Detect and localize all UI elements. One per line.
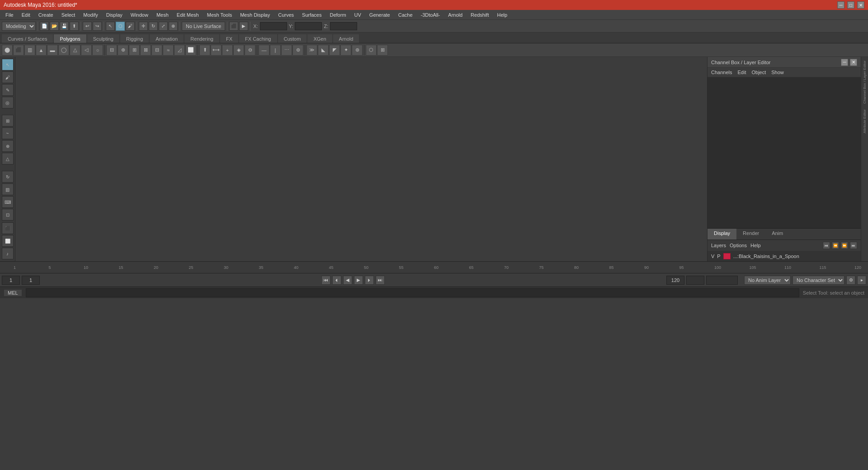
edge-loop-icon-btn[interactable]: —	[259, 45, 269, 56]
tab-fx-caching[interactable]: FX Caching	[239, 34, 277, 43]
boolean-icon-btn[interactable]: ⊕	[118, 45, 128, 56]
poke-icon-btn[interactable]: ✦	[340, 45, 351, 56]
tab-rigging[interactable]: Rigging	[120, 34, 149, 43]
wedge-icon-btn[interactable]: ◤	[329, 45, 340, 56]
char-set-dropdown[interactable]: No Character Set	[793, 276, 844, 285]
layers-menu[interactable]: Layers	[711, 243, 726, 248]
cb-object[interactable]: Object	[751, 70, 766, 75]
scale-btn[interactable]: ⤢	[159, 22, 168, 31]
snap-curve-btn[interactable]: ~	[2, 127, 14, 139]
paint-select-btn[interactable]: 🖌	[126, 22, 135, 31]
crease-icon-btn[interactable]: ≫	[307, 45, 317, 56]
cb-show[interactable]: Show	[771, 70, 784, 75]
target-weld-icon-btn[interactable]: ⊛	[352, 45, 363, 56]
fill-hole-icon-btn[interactable]: ◈	[233, 45, 244, 56]
split-icon-btn[interactable]: ⋯	[281, 45, 292, 56]
combine-icon-btn[interactable]: ⊞	[129, 45, 140, 56]
tab-curves-surfaces[interactable]: Curves / Surfaces	[2, 34, 53, 43]
anim-extra-btn[interactable]: ▸	[857, 276, 866, 285]
cb-edit[interactable]: Edit	[737, 70, 746, 75]
input-btn[interactable]: ⌨	[2, 196, 14, 208]
bevel-icon-btn[interactable]: ◣	[318, 45, 329, 56]
menu-modify[interactable]: Modify	[80, 11, 101, 19]
menu-help[interactable]: Help	[493, 11, 511, 19]
skip-to-end-btn[interactable]: ⏭	[376, 276, 385, 285]
channel-box-close[interactable]: ✕	[850, 59, 857, 66]
redo-btn[interactable]: ↪	[93, 22, 102, 31]
output-btn[interactable]: ⊡	[2, 209, 14, 221]
layer-v-toggle[interactable]: V	[711, 254, 714, 259]
display-layer-btn[interactable]: ⬛	[2, 222, 14, 234]
menu-file[interactable]: File	[2, 11, 17, 19]
lasso-tool-btn[interactable]: ⬡	[116, 22, 125, 31]
move-btn[interactable]: ✛	[139, 22, 148, 31]
reduce-icon-btn[interactable]: ⊖	[245, 45, 255, 56]
quadrangulate-icon-btn[interactable]: ⬜	[185, 45, 196, 56]
rotate-btn[interactable]: ↻	[149, 22, 158, 31]
help-menu[interactable]: Help	[750, 243, 761, 248]
sphere-icon-btn[interactable]: ⬤	[2, 45, 13, 56]
x-input[interactable]	[260, 22, 287, 30]
step-back-btn[interactable]: ⏴	[332, 276, 341, 285]
anim-preferences-btn[interactable]: ⚙	[846, 276, 855, 285]
mirror-icon-btn[interactable]: ⊟	[106, 45, 117, 56]
attribute-editor-tab[interactable]: Attribute Editor	[861, 108, 868, 135]
tab-sculpting[interactable]: Sculpting	[87, 34, 119, 43]
soft-select-btn[interactable]: ◎	[2, 97, 14, 108]
prism-icon-btn[interactable]: △	[70, 45, 80, 56]
pyramid-icon-btn[interactable]: ◁	[81, 45, 92, 56]
undo-btn[interactable]: ↩	[83, 22, 92, 31]
menu-arnold[interactable]: Arnold	[444, 11, 466, 19]
menu-select[interactable]: Select	[58, 11, 79, 19]
smooth-icon-btn[interactable]: ≈	[163, 45, 174, 56]
cone-icon-btn[interactable]: ▲	[36, 45, 47, 56]
menu-deform[interactable]: Deform	[326, 11, 349, 19]
minimize-button[interactable]: ─	[837, 1, 844, 9]
mel-python-toggle[interactable]: MEL	[4, 289, 22, 296]
layer-p-toggle[interactable]: P	[717, 254, 720, 259]
current-frame-input[interactable]	[2, 276, 20, 285]
render-btn[interactable]: ⬛	[229, 22, 238, 31]
menu-generate[interactable]: Generate	[366, 11, 394, 19]
panel-layout-btn[interactable]: ▥	[2, 183, 14, 195]
sculpt-btn[interactable]: ✎	[2, 84, 14, 96]
layer-color-swatch[interactable]	[723, 253, 731, 259]
uv-unfold-icon-btn[interactable]: ⬡	[366, 45, 377, 56]
play-back-btn[interactable]: ◀	[343, 276, 352, 285]
menu-3dto-all[interactable]: -3DtoAll-	[417, 11, 444, 19]
select-mode-btn[interactable]: ↖	[2, 59, 14, 70]
pipe-icon-btn[interactable]: ○	[92, 45, 103, 56]
anim-speed-input[interactable]	[706, 276, 738, 285]
layer-icon-2[interactable]: ⏪	[832, 242, 839, 249]
append-icon-btn[interactable]: +	[222, 45, 233, 56]
history-btn[interactable]: ↻	[2, 171, 14, 183]
tab-xgen[interactable]: XGen	[307, 34, 332, 43]
bridge-icon-btn[interactable]: ⟷	[211, 45, 222, 56]
channel-editor-tab[interactable]: Channel Box / Layer Editor	[861, 59, 868, 106]
tab-arnold[interactable]: Arnold	[333, 34, 359, 43]
snap-grid-btn[interactable]: ⊞	[2, 115, 14, 127]
layer-icon-3[interactable]: ⏩	[841, 242, 848, 249]
close-button[interactable]: ✕	[857, 1, 864, 9]
universal-manip-btn[interactable]: ⊕	[169, 22, 178, 31]
menu-redshift[interactable]: Redshift	[467, 11, 492, 19]
menu-surfaces[interactable]: Surfaces	[298, 11, 325, 19]
panel-tab-anim[interactable]: Anim	[765, 229, 789, 240]
open-scene-btn[interactable]: 📂	[50, 22, 59, 31]
paint-btn[interactable]: 🖌	[2, 71, 14, 83]
triangulate-icon-btn[interactable]: ◿	[174, 45, 185, 56]
menu-edit-mesh[interactable]: Edit Mesh	[173, 11, 203, 19]
save-incremental-btn[interactable]: ⬆	[70, 22, 79, 31]
separate-icon-btn[interactable]: ⊠	[140, 45, 151, 56]
cb-channels[interactable]: Channels	[711, 70, 732, 75]
menu-mesh[interactable]: Mesh	[153, 11, 172, 19]
range-start-input[interactable]	[22, 276, 40, 285]
menu-curves[interactable]: Curves	[274, 11, 297, 19]
play-forward-btn[interactable]: ▶	[354, 276, 363, 285]
channel-box-minimize[interactable]: ─	[841, 59, 848, 66]
uv-layout-icon-btn[interactable]: ⊞	[377, 45, 388, 56]
plane-icon-btn[interactable]: ▬	[47, 45, 58, 56]
z-input[interactable]	[330, 22, 357, 30]
options-menu[interactable]: Options	[730, 243, 747, 248]
menu-edit[interactable]: Edit	[18, 11, 34, 19]
